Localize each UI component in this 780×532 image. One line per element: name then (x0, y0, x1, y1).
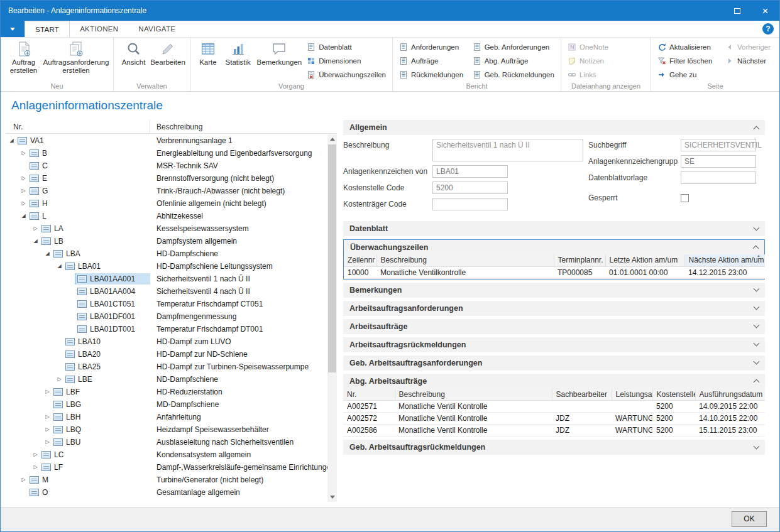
statistik-button[interactable]: Statistik (222, 40, 255, 68)
geb-anforderungen-button[interactable]: Geb. Anforderungen (470, 40, 557, 54)
chevron-down-icon[interactable] (754, 359, 760, 365)
expand-toggle-expanded-icon[interactable]: ◢ (43, 247, 52, 260)
tree-row[interactable]: ▷EBrennstoffversorgung (nicht belegt) (6, 172, 327, 185)
close-button[interactable]: × (751, 1, 779, 21)
datenblatt-button[interactable]: Datenblatt (304, 40, 388, 54)
auftrag-erstellen-button[interactable]: Auftrag erstellen (4, 40, 43, 76)
expand-toggle-collapsed-icon[interactable]: ▷ (43, 386, 52, 398)
filter-loeschen-button[interactable]: Filter löschen (655, 54, 723, 68)
tree-row[interactable]: ▷MTurbine/Generator (nicht belegt) (6, 474, 327, 486)
gehe-zu-button[interactable]: Gehe zu (655, 68, 723, 82)
tree-row[interactable]: LBA01AA001Sicherheitsventil 1 nach Ü II (6, 273, 327, 285)
aktualisieren-button[interactable]: Aktualisieren (655, 40, 723, 54)
ok-button[interactable]: OK (732, 511, 767, 527)
tree-row[interactable]: ▷LAKesselspeisewassersystem (6, 222, 327, 235)
beschreibung-field[interactable]: Sicherheitsventil 1 nach Ü II (432, 139, 583, 161)
table-row[interactable]: A002571Monatliche Ventil Kontrolle520014… (343, 401, 765, 413)
abg-auftraege-button[interactable]: Abg. Aufträge (470, 54, 557, 68)
kostenstelle-code-field[interactable]: 5200 (432, 182, 508, 194)
chevron-down-icon[interactable] (754, 443, 760, 449)
scrollbar-thumb[interactable] (328, 144, 336, 372)
fasttab-bemerkungen-header[interactable]: Bemerkungen (343, 283, 765, 298)
tree-row[interactable]: OGesamtanlage allgemein (6, 486, 327, 499)
table-row[interactable]: A002586Monatliche Ventil KontrolleJDZWAR… (343, 425, 765, 437)
tree-row[interactable]: ▷LBHAnfahrleitung (6, 411, 327, 423)
chevron-up-icon[interactable] (753, 246, 759, 252)
tree-row[interactable]: CMSR-Technik SAV (6, 160, 327, 172)
tree-row[interactable]: LBA25HD-Dampf zur Turbinen-Speisewasserp… (6, 361, 327, 373)
expand-toggle-collapsed-icon[interactable]: ▷ (19, 172, 28, 185)
tree-column-header-beschreibung[interactable]: Beschreibung (150, 122, 327, 131)
expand-toggle-expanded-icon[interactable]: ◢ (55, 260, 63, 273)
expand-toggle-collapsed-icon[interactable]: ▷ (31, 461, 40, 474)
expand-toggle-expanded-icon[interactable]: ◢ (8, 134, 16, 147)
kostentraeger-code-field[interactable] (432, 198, 508, 210)
app-menu-button[interactable] (1, 21, 25, 37)
tree-row[interactable]: ▷BEnergieableitung und Eigenbedarfsverso… (6, 147, 327, 160)
expand-toggle-collapsed-icon[interactable]: ▷ (55, 373, 63, 386)
tab-navigate[interactable]: NAVIGATE (128, 21, 185, 37)
chevron-down-icon[interactable] (754, 224, 760, 231)
karte-button[interactable]: Karte (194, 40, 222, 68)
column-header[interactable]: Nr. (343, 389, 395, 401)
tree-row[interactable]: ◢LBDampfsystem allgemein (6, 235, 327, 247)
expand-toggle-collapsed-icon[interactable]: ▷ (19, 474, 28, 486)
chevron-down-icon[interactable] (754, 286, 760, 292)
tree-row[interactable]: ▷HOfenlinie allgemein (nicht belegt) (6, 197, 327, 210)
column-header[interactable]: Beschreibung (376, 254, 554, 266)
fasttab-arbeitsauftraege-header[interactable]: Arbeitsaufträge (343, 319, 765, 334)
tree-row[interactable]: LBA01CT051Temperatur Frischdampf CT051 (6, 298, 327, 310)
chevron-down-icon[interactable] (754, 322, 760, 328)
column-header[interactable]: Letzte Aktion am/um (605, 254, 684, 266)
expand-toggle-collapsed-icon[interactable]: ▷ (19, 197, 28, 210)
fasttab-ueberwachungszeilen-header[interactable]: Überwachungszeilen (344, 240, 764, 254)
tab-aktionen[interactable]: AKTIONEN (70, 21, 128, 37)
auftraege-button[interactable]: Aufträge (397, 54, 470, 68)
tree-row[interactable]: LBA01DF001Dampfmengenmessung (6, 310, 327, 323)
column-header[interactable]: Beschreibung (395, 389, 552, 401)
tree-row[interactable]: ▷LFDampf-,Wasserkreisläufe-gemeinsame Ei… (6, 461, 327, 474)
column-header[interactable]: Kostenstelle (652, 389, 695, 401)
expand-toggle-collapsed-icon[interactable]: ▷ (19, 185, 28, 197)
column-header[interactable]: Terminplannr. (554, 254, 605, 266)
tree-row[interactable]: ▷LBEND-Dampfschiene (6, 373, 327, 386)
anlagenkennzeichengruppe-field[interactable]: SE (681, 155, 756, 168)
naechster-button[interactable]: Nächster (723, 54, 776, 68)
gesperrt-checkbox[interactable] (681, 194, 689, 202)
tree-row[interactable]: LBA10HD-Dampf zum LUVO (6, 335, 327, 348)
geb-rueckmeldungen-button[interactable]: Geb. Rückmeldungen (470, 68, 557, 82)
column-header[interactable]: Leistungsart (612, 389, 652, 401)
expand-toggle-collapsed-icon[interactable]: ▷ (43, 411, 52, 423)
fasttab-geb-arbeitsauftragsanforderungen-header[interactable]: Geb. Arbeitsauftragsanforderungen (343, 356, 765, 371)
dimensionen-button[interactable]: Dimensionen (304, 54, 388, 68)
tree-row[interactable]: ◢LBAHD-Dampfschiene (6, 247, 327, 260)
fasttab-datenblatt-header[interactable]: Datenblatt (343, 221, 765, 236)
tree-row[interactable]: LBA01AA004Sicherheitsventil 4 nach Ü II (6, 285, 327, 298)
help-icon[interactable]: ? (762, 23, 774, 35)
chevron-up-icon[interactable] (754, 379, 760, 386)
ueberwachungszeilen-button[interactable]: Überwachungszeilen (304, 68, 388, 82)
chevron-up-icon[interactable] (754, 126, 760, 132)
fasttab-geb-arbeitsauftragsrueckmeldungen-header[interactable]: Geb. Arbeitsauftragsrückmeldungen (343, 440, 765, 455)
tree-row[interactable]: ◢VA1Verbrennungsanlage 1 (6, 134, 327, 147)
tree-row[interactable]: ▷GTrink-/Brauch-/Abwasser (nicht belegt) (6, 185, 327, 197)
bearbeiten-button[interactable]: Bearbeiten (150, 40, 186, 68)
chevron-down-icon[interactable] (754, 304, 760, 310)
tree-column-header-nr[interactable]: Nr. (6, 120, 150, 133)
fasttab-abg-arbeitsauftraege-header[interactable]: Abg. Arbeitsaufträge (343, 374, 765, 389)
tree-row[interactable]: LBA20HD-Dampf zur ND-Schiene (6, 348, 327, 361)
fasttab-allgemein-header[interactable]: Allgemein (343, 120, 765, 135)
tree-row[interactable]: ▷LBQHeizdampf Speisewasserbehälter (6, 423, 327, 436)
tree-row[interactable]: ◢LAbhitzekessel (6, 210, 327, 222)
auftragsanforderung-erstellen-button[interactable]: Auftragsanforderung erstellen (43, 40, 109, 76)
anforderungen-button[interactable]: Anforderungen (397, 40, 470, 54)
tab-start[interactable]: START (25, 21, 70, 37)
fasttab-arbeitsauftragsrueckmeldungen-header[interactable]: Arbeitsauftragsrückmeldungen (343, 337, 765, 352)
tree-scrollbar[interactable] (327, 134, 337, 502)
tree-row[interactable]: ▷LCKondensatsystem allgemein (6, 448, 327, 461)
column-header[interactable]: Sachbearbeiter (552, 389, 612, 401)
expand-toggle-expanded-icon[interactable]: ◢ (31, 235, 40, 247)
tree-row[interactable]: LBGMD-Dampfschiene (6, 398, 327, 411)
scroll-up-icon[interactable] (327, 134, 337, 144)
table-row[interactable]: A002572Monatliche Ventil KontrolleJDZWAR… (343, 413, 765, 425)
